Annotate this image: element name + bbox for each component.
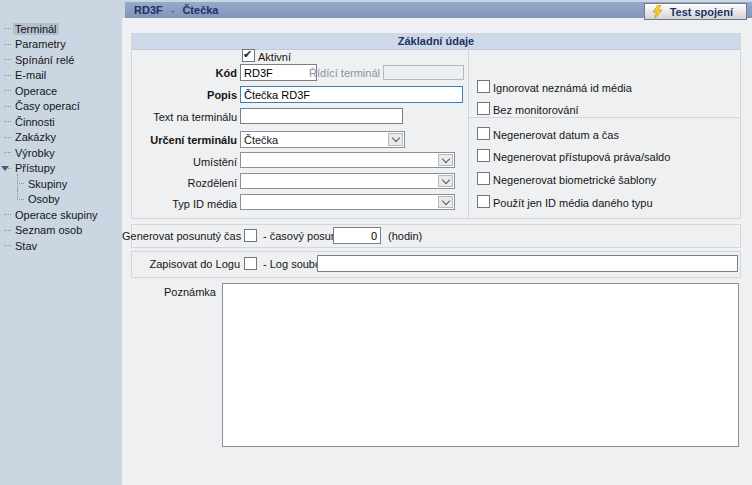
text-na-terminalu-label: Text na terminálu [127, 111, 237, 124]
zapisovat-do-logu-checkbox[interactable] [244, 257, 257, 270]
typ-id-media-combobox[interactable] [240, 194, 455, 210]
basic-info-groupbox: Základní údaje [131, 33, 741, 219]
umisteni-combobox[interactable] [240, 152, 455, 168]
bez-monitorovani-label: Bez monitorování [493, 104, 579, 117]
sidebar-item-operace-skupiny[interactable]: Operace skupiny [0, 207, 122, 223]
typ-id-media-value [241, 195, 437, 209]
sidebar-item-operace[interactable]: Operace [0, 83, 122, 99]
aktivni-label: Aktivní [258, 51, 291, 64]
title-separator: - [171, 4, 175, 16]
rozdeleni-combobox[interactable] [240, 173, 455, 189]
sidebar-item-cinnosti[interactable]: Činnosti [0, 114, 122, 130]
ridici-terminal-label: Řídící terminál [290, 67, 380, 80]
lightning-icon [652, 5, 663, 18]
sidebar-item-terminal[interactable]: Terminál [0, 21, 122, 37]
bez-monitorovani-checkbox[interactable] [477, 102, 490, 115]
generovat-posunuty-cas-checkbox[interactable] [244, 229, 257, 242]
casovy-posun-input[interactable] [333, 227, 381, 244]
test-connection-label: Test spojení [670, 6, 733, 18]
sidebar-item-casy-operaci[interactable]: Časy operací [0, 99, 122, 115]
sidebar-item-spinani-rele[interactable]: Spínání relé [0, 52, 122, 68]
negenerovat-datum-a-cas-checkbox[interactable] [477, 127, 490, 140]
urceni-terminalu-combobox[interactable]: Čtečka [240, 131, 405, 148]
umisteni-label: Umístění [127, 156, 237, 169]
column-divider [468, 49, 469, 218]
poznamka-textarea[interactable] [222, 283, 739, 447]
popis-input[interactable] [240, 86, 463, 103]
zapisovat-do-logu-label: Zapisovat do Logu [122, 258, 240, 271]
section-header: Základní údaje [132, 34, 740, 50]
log-soubor-label: - Log soubor [263, 258, 325, 271]
negenerovat-datum-a-cas-label: Negenerovat datum a čas [493, 129, 619, 142]
casovy-posun-label: - časový posun [263, 230, 337, 243]
chevron-down-icon[interactable] [438, 154, 453, 166]
sidebar-item-pristupy[interactable]: Přístupy [0, 161, 122, 177]
hodin-unit-label: (hodin) [388, 230, 422, 243]
tree-expander-icon[interactable] [1, 166, 9, 171]
sidebar-item-vyrobky[interactable]: Výrobky [0, 145, 122, 161]
popis-label: Popis [127, 89, 237, 102]
sidebar-item-email[interactable]: E-mail [0, 68, 122, 84]
sidebar-item-parametry[interactable]: Parametry [0, 37, 122, 53]
page-title-code: RD3F [134, 4, 163, 16]
urceni-terminalu-value: Čtečka [241, 132, 387, 147]
urceni-terminalu-label: Určení terminálu [127, 134, 237, 147]
poznamka-label: Poznámka [126, 286, 216, 299]
test-connection-button[interactable]: Test spojení [644, 3, 747, 20]
sidebar-item-skupiny[interactable]: Skupiny [0, 176, 122, 192]
options-divider [469, 117, 740, 118]
umisteni-value [241, 153, 437, 167]
ignorovat-neznama-id-media-checkbox[interactable] [477, 80, 490, 93]
typ-id-media-label: Typ ID média [127, 198, 237, 211]
sidebar-item-stav[interactable]: Stav [0, 238, 122, 254]
negenerovat-pristupova-prava-label: Negenerovat přístupová práva/saldo [493, 151, 670, 164]
log-soubor-input[interactable] [317, 255, 738, 272]
chevron-down-icon[interactable] [438, 196, 453, 208]
sidebar-item-zakazky[interactable]: Zakázky [0, 130, 122, 146]
pouzit-jen-id-media-label: Použít jen ID média daného typu [493, 197, 653, 210]
chevron-down-icon[interactable] [438, 175, 453, 187]
sidebar: Terminál Parametry Spínání relé E-mail O… [0, 0, 122, 485]
kod-label: Kód [127, 67, 237, 80]
chevron-down-icon[interactable] [388, 133, 403, 146]
negenerovat-pristupova-prava-checkbox[interactable] [477, 149, 490, 162]
ignorovat-neznama-id-media-label: Ignorovat neznámá id média [493, 82, 632, 95]
pouzit-jen-id-media-checkbox[interactable] [477, 195, 490, 208]
aktivni-checkbox[interactable] [242, 49, 255, 62]
titlebar: RD3F - Čtečka Test spojení [125, 2, 752, 18]
rozdeleni-value [241, 174, 437, 188]
app-window: Terminál Parametry Spínání relé E-mail O… [0, 0, 752, 485]
text-na-terminalu-input[interactable] [240, 108, 403, 124]
negenerovat-biometricke-sablony-checkbox[interactable] [477, 172, 490, 185]
navigation-tree: Terminál Parametry Spínání relé E-mail O… [0, 21, 122, 254]
ridici-terminal-input [383, 65, 464, 80]
page-title-name: Čtečka [182, 4, 218, 16]
sidebar-item-osoby[interactable]: Osoby [0, 192, 122, 208]
generovat-posunuty-cas-label: Generovat posunutý čas [122, 230, 240, 243]
rozdeleni-label: Rozdělení [127, 177, 237, 190]
negenerovat-biometricke-sablony-label: Negenerovat biometrické šablony [493, 174, 656, 187]
sidebar-item-seznam-osob[interactable]: Seznam osob [0, 223, 122, 239]
